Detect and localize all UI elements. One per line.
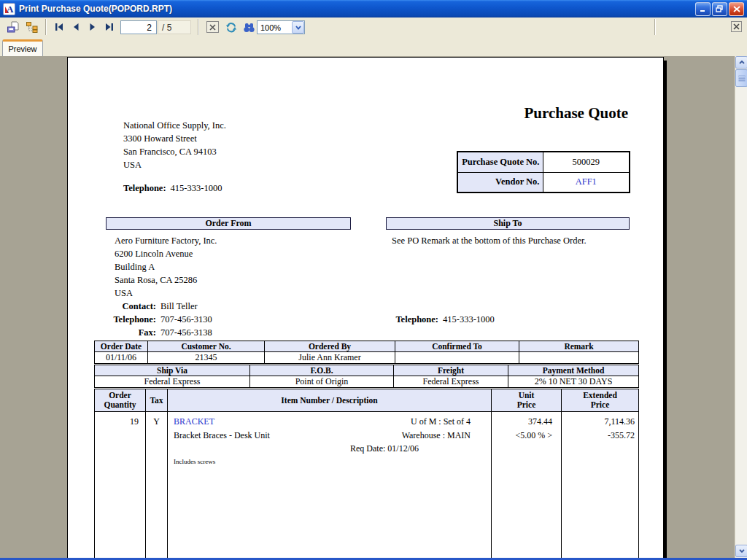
freight-value: Federal Express — [394, 376, 508, 388]
ship-to-phone-label: Telephone: — [392, 313, 438, 326]
refresh-button[interactable] — [223, 20, 239, 34]
vendor-no-label: Vendor No. — [457, 172, 543, 192]
page-number-input[interactable] — [120, 20, 157, 34]
minimize-button[interactable] — [695, 2, 711, 16]
ordered-by-value: Julie Ann Kramer — [265, 352, 395, 364]
item-discount-percent: <5.00 % > — [492, 429, 552, 443]
close-view-button[interactable] — [731, 21, 742, 32]
zoom-select[interactable]: 100% — [257, 20, 305, 34]
chevron-down-icon — [739, 549, 745, 553]
previous-page-icon — [71, 23, 81, 31]
table-row: Vendor No. AFF1 — [457, 172, 630, 192]
vendor-fax-value: 707-456-3138 — [156, 326, 212, 339]
vertical-scrollbar[interactable] — [735, 56, 747, 558]
stop-icon — [206, 21, 219, 33]
close-button[interactable] — [729, 2, 744, 16]
toolbar-separator — [45, 19, 47, 35]
group-tree-button[interactable] — [23, 20, 39, 34]
stop-button[interactable] — [204, 20, 220, 34]
column-header-unit-price: Unit Price — [492, 389, 562, 412]
column-header: Freight — [394, 365, 508, 376]
column-header: Confirmed To — [395, 341, 519, 352]
table-row: Ship Via F.O.B. Freight Payment Method — [95, 365, 639, 376]
payment-method-value: 2% 10 NET 30 DAYS — [508, 376, 639, 388]
column-header: Ship Via — [95, 365, 250, 376]
preview-area: National Office Supply, Inc. 3300 Howard… — [0, 56, 747, 558]
item-tax-flag: Y — [146, 412, 168, 559]
column-header-tax: Tax — [146, 389, 168, 412]
application-window: A Print Purchase Quote(POPORD.RPT) — [0, 0, 747, 560]
vendor-street: 6200 Lincoln Avenue — [115, 247, 217, 260]
item-description-cell: BRACKET U of M : Set of 4 Bracket Braces… — [168, 412, 492, 559]
last-page-button[interactable] — [101, 20, 117, 34]
item-row: 19 Y BRACKET U of M : Set of 4 Bracket B… — [95, 412, 639, 559]
item-discount-amount: -355.72 — [562, 429, 635, 443]
quote-no-label: Purchase Quote No. — [457, 152, 543, 172]
item-warehouse: Warehouse : MAIN — [402, 429, 471, 443]
first-page-icon — [54, 23, 64, 31]
next-page-icon — [88, 23, 98, 31]
ship-to-note: See PO Remark at the bottom of this Purc… — [392, 234, 587, 247]
ship-via-value: Federal Express — [95, 376, 250, 388]
company-country: USA — [123, 158, 226, 171]
column-header: Customer No. — [148, 341, 265, 352]
order-date-value: 01/11/06 — [95, 352, 148, 364]
search-button[interactable] — [241, 20, 257, 34]
company-address-block: National Office Supply, Inc. 3300 Howard… — [123, 119, 226, 171]
first-page-button[interactable] — [51, 20, 67, 34]
page-shadow — [664, 61, 667, 558]
scroll-up-button[interactable] — [735, 56, 747, 69]
tab-bar: Preview — [0, 36, 747, 56]
company-phone-value: 415-333-1000 — [166, 182, 222, 195]
column-header: Remark — [519, 341, 639, 352]
contact-label: Contact: — [90, 300, 156, 313]
vendor-building: Building A — [115, 260, 217, 273]
restore-icon — [716, 5, 724, 12]
toolbar-separator — [198, 19, 199, 35]
zoom-dropdown-button[interactable] — [292, 21, 304, 34]
vendor-phone-label: Telephone: — [90, 313, 156, 326]
table-row: Federal Express Point of Origin Federal … — [95, 376, 639, 388]
page-total-label: / 5 — [158, 20, 191, 34]
toolbar-separator — [654, 19, 656, 35]
app-icon-letter: A — [7, 4, 13, 15]
next-page-button[interactable] — [85, 20, 101, 34]
header-line: Price — [562, 400, 638, 410]
report-page: National Office Supply, Inc. 3300 Howard… — [67, 57, 664, 558]
items-table: Order Quantity Tax Item Number / Descrip… — [94, 389, 639, 558]
header-line: Quantity — [95, 400, 145, 410]
export-report-button[interactable] — [4, 20, 20, 34]
last-page-icon — [104, 23, 115, 31]
table-row: 01/11/06 21345 Julie Ann Kramer — [95, 352, 639, 364]
chevron-down-icon — [295, 26, 301, 30]
restore-button[interactable] — [712, 2, 727, 16]
item-extended-price: 7,114.36 — [562, 415, 635, 429]
company-phone-row: Telephone: 415-333-1000 — [123, 182, 222, 195]
item-comment: Includes screws — [168, 458, 491, 465]
scrollbar-thumb[interactable] — [735, 69, 747, 87]
header-line: Extended — [562, 391, 638, 400]
column-header-extended-price: Extended Price — [562, 389, 639, 412]
column-header: Payment Method — [508, 365, 639, 376]
order-details-table: Order Date Customer No. Ordered By Confi… — [94, 341, 639, 364]
toolbar: / 5 100% — [0, 18, 747, 36]
titlebar: A Print Purchase Quote(POPORD.RPT) — [0, 0, 747, 18]
previous-page-button[interactable] — [68, 20, 84, 34]
column-header: Ordered By — [265, 341, 395, 352]
window-title: Print Purchase Quote(POPORD.RPT) — [19, 4, 695, 14]
tab-preview[interactable]: Preview — [2, 39, 43, 56]
header-line: Order — [95, 391, 145, 400]
table-row: Order Date Customer No. Ordered By Confi… — [95, 341, 639, 352]
column-header: F.O.B. — [250, 365, 394, 376]
tab-preview-label: Preview — [8, 44, 36, 53]
order-from-contact-block: Contact:Bill Teller Telephone:707-456-31… — [90, 300, 212, 339]
zoom-level-value: 100% — [258, 23, 292, 32]
company-city: San Francisco, CA 94103 — [123, 145, 226, 158]
vendor-no-value: AFF1 — [543, 172, 630, 192]
scroll-down-button[interactable] — [735, 545, 747, 557]
vendor-city: Santa Rosa, CA 25286 — [115, 273, 217, 287]
report-title: Purchase Quote — [524, 104, 628, 122]
header-line: Price — [492, 400, 561, 410]
confirmed-to-value — [395, 352, 519, 364]
ship-to-header: Ship To — [386, 217, 630, 230]
